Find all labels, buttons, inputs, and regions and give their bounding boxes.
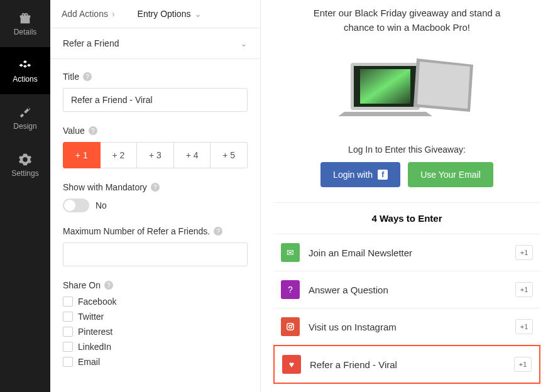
entry-points-badge: +1 <box>515 319 533 334</box>
entry-refer-friend[interactable]: ♥ Refer a Friend - Viral +1 <box>273 345 540 384</box>
login-buttons: Login with f Use Your Email <box>273 162 540 187</box>
nav-settings[interactable]: Settings <box>0 141 50 188</box>
value-button-group: + 1 + 2 + 3 + 4 + 5 <box>63 142 248 168</box>
envelope-icon: ✉ <box>281 243 300 262</box>
question-icon: ? <box>281 280 300 299</box>
toggle-state-label: No <box>96 200 107 210</box>
blocks-icon <box>18 58 32 72</box>
action-form: Title ? Value ? + 1 + 2 + 3 + 4 + 5 <box>50 59 260 392</box>
nav-label: Settings <box>11 169 38 178</box>
entry-points-badge: +1 <box>515 282 533 297</box>
share-email-option[interactable]: Email <box>63 357 248 367</box>
share-linkedin-option[interactable]: LinkedIn <box>63 342 248 352</box>
value-option-3[interactable]: + 3 <box>137 142 174 168</box>
svg-point-5 <box>292 324 293 325</box>
checkbox-icon <box>63 297 73 307</box>
help-icon[interactable]: ? <box>89 126 97 135</box>
help-icon[interactable]: ? <box>83 72 92 81</box>
promo-headline: Enter our Black Friday giveaway and stan… <box>273 0 540 35</box>
ways-to-enter-header: 4 Ways to Enter <box>273 202 540 234</box>
gift-icon <box>18 11 32 25</box>
checkbox-icon <box>63 342 73 352</box>
preview-panel: Enter our Black Friday giveaway and stan… <box>261 0 553 392</box>
value-option-4[interactable]: + 4 <box>174 142 211 168</box>
entry-newsletter[interactable]: ✉ Join an Email Newsletter +1 <box>273 234 540 271</box>
value-option-5[interactable]: + 5 <box>211 142 248 168</box>
share-pinterest-option[interactable]: Pinterest <box>63 327 248 337</box>
checkbox-icon <box>63 357 73 367</box>
nav-design[interactable]: Design <box>0 94 50 141</box>
value-option-2[interactable]: + 2 <box>101 142 138 168</box>
nav-label: Design <box>13 122 36 131</box>
svg-rect-2 <box>360 69 410 104</box>
login-facebook-button[interactable]: Login with f <box>320 162 400 187</box>
help-icon[interactable]: ? <box>104 281 113 290</box>
help-icon[interactable]: ? <box>151 183 160 192</box>
entry-instagram[interactable]: Visit us on Instagram +1 <box>273 308 540 346</box>
nav-label: Details <box>14 28 37 36</box>
max-label: Maximum Number of Refer a Friends. ? <box>63 226 248 236</box>
entry-points-badge: +1 <box>515 245 533 260</box>
instagram-icon <box>281 317 300 336</box>
share-facebook-option[interactable]: Facebook <box>63 297 248 307</box>
mandatory-label: Show with Mandatory ? <box>63 182 248 192</box>
value-label: Value ? <box>63 126 248 136</box>
wand-icon <box>18 106 32 119</box>
nav-actions[interactable]: Actions <box>0 47 50 94</box>
checkbox-icon <box>63 327 73 337</box>
chevron-down-icon: ⌄ <box>240 38 248 48</box>
preview-footer: Giveaway Rules & Terms | ✷ Not Using Raf… <box>273 384 540 392</box>
value-option-1[interactable]: + 1 <box>63 142 101 168</box>
accordion-refer-friend[interactable]: Refer a Friend ⌄ <box>50 28 260 59</box>
chevron-down-icon: ⌄ <box>194 9 202 19</box>
editor-panel: Add Actions › Entry Options ⌄ Refer a Fr… <box>50 0 261 392</box>
help-icon[interactable]: ? <box>214 227 222 236</box>
gear-icon <box>18 153 32 166</box>
svg-point-4 <box>289 325 292 329</box>
sidebar-nav: Details Actions Design Settings <box>0 0 50 392</box>
heart-icon: ♥ <box>282 355 301 374</box>
product-image <box>273 44 540 132</box>
nav-details[interactable]: Details <box>0 0 50 47</box>
nav-label: Actions <box>13 75 37 84</box>
share-twitter-option[interactable]: Twitter <box>63 312 248 322</box>
max-input[interactable] <box>63 242 248 266</box>
tab-entry-options[interactable]: Entry Options ⌄ <box>126 0 214 28</box>
tab-add-actions[interactable]: Add Actions › <box>50 0 126 28</box>
chevron-right-icon: › <box>112 9 115 19</box>
title-input[interactable] <box>63 88 248 112</box>
facebook-icon: f <box>378 170 388 180</box>
editor-tabs: Add Actions › Entry Options ⌄ <box>50 0 260 28</box>
title-label: Title ? <box>63 72 248 82</box>
entry-points-badge: +1 <box>514 357 532 372</box>
login-email-button[interactable]: Use Your Email <box>408 162 493 187</box>
mandatory-toggle[interactable] <box>63 199 89 212</box>
share-label: Share On ? <box>63 280 248 290</box>
checkbox-icon <box>63 312 73 322</box>
entry-question[interactable]: ? Answer a Question +1 <box>273 271 540 308</box>
login-caption: Log In to Enter this Giveaway: <box>273 144 540 155</box>
